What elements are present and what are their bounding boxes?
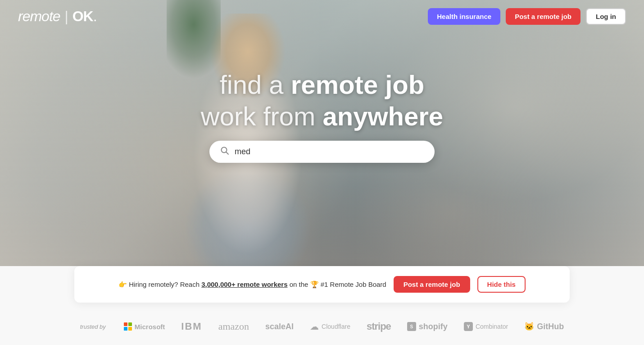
stripe-logo-text: stripe [367,321,391,332]
banner-text-suffix: on the [288,281,310,288]
cloudflare-logo: ☁ Cloudflare [310,321,350,332]
top-navigation: remote | OK. Health insurance Post a rem… [0,0,644,33]
microsoft-logo-icon [124,322,132,331]
svg-point-0 [221,147,227,153]
ibm-logo: IBM [181,321,202,332]
banner-text: 👉 Hiring remotely? Reach 3,000,000+ remo… [118,281,386,289]
health-insurance-button[interactable]: Health insurance [428,8,500,25]
search-icon [220,146,229,157]
shopify-bag-icon: S [407,322,416,331]
scaleai-logo: scaleAI [265,322,294,331]
ycombinator-logo-text: Combinator [476,323,508,330]
ibm-logo-text: IBM [181,321,202,332]
cloudflare-cloud-icon: ☁ [310,321,319,332]
github-logo-text: GitHub [537,322,564,331]
login-button[interactable]: Log in [586,8,626,25]
banner-text-bold: 3,000,000+ remote workers [201,281,287,288]
amazon-logo-text: amazon [218,321,249,332]
hero-content: find a remote job work from anywhere [201,69,443,163]
shopify-logo: S shopify [407,322,448,331]
svg-line-1 [226,152,228,155]
post-remote-job-button-nav[interactable]: Post a remote job [506,8,581,25]
hero-title-line1-bold: remote job [291,70,425,99]
cloudflare-logo-text: Cloudflare [322,323,350,330]
github-logo: 🐱 GitHub [524,322,564,331]
post-remote-job-button-banner[interactable]: Post a remote job [394,276,470,293]
hero-title-line2-bold: anywhere [323,101,444,131]
ycombinator-logo: Y Combinator [464,322,508,331]
shopify-logo-text: shopify [419,322,448,331]
banner-wrapper: 👉 Hiring remotely? Reach 3,000,000+ remo… [0,266,644,303]
search-input[interactable] [235,147,424,156]
banner-emoji-trophy: 🏆 [310,281,319,288]
trusted-by-label: trusted by [80,323,106,330]
banner-text-plain: Hiring remotely? Reach [127,281,201,288]
amazon-logo: amazon [218,321,249,332]
hero-title-line1-plain: find a [220,70,291,99]
ycombinator-box-icon: Y [464,322,473,331]
hero-section: remote | OK. Health insurance Post a rem… [0,0,644,266]
banner-text-board: #1 Remote Job Board [319,281,386,288]
hiring-banner: 👉 Hiring remotely? Reach 3,000,000+ remo… [74,266,570,303]
microsoft-logo: Microsoft [124,322,165,331]
stripe-logo: stripe [367,321,391,332]
hero-title-line2-plain: work from [201,101,323,131]
trusted-logos: Microsoft IBM amazon scaleAI ☁ Cloudflar… [124,321,564,332]
scaleai-logo-text: scaleAI [265,322,294,331]
banner-emoji-point: 👉 [118,281,127,288]
site-logo: remote | OK. [18,8,97,25]
trusted-by-section: trusted by Microsoft IBM amazon scaleAI … [0,303,644,345]
nav-actions: Health insurance Post a remote job Log i… [428,8,626,25]
search-bar [209,141,435,163]
github-cat-icon: 🐱 [524,322,534,331]
hero-title: find a remote job work from anywhere [201,69,443,132]
microsoft-logo-text: Microsoft [135,323,165,331]
hide-this-button[interactable]: Hide this [477,276,526,293]
